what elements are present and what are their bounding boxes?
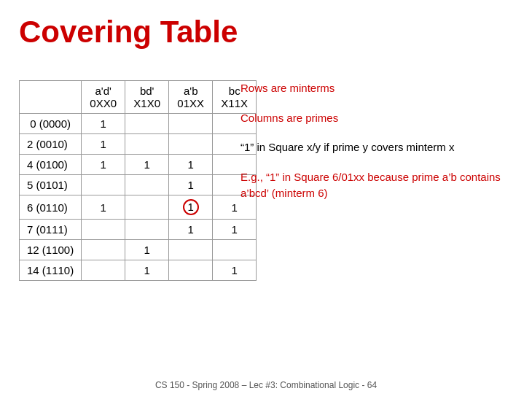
row-minterm: 12 (1100) [20, 240, 82, 260]
header-col2-line1: bd' [140, 85, 154, 97]
row-minterm: 6 (0110) [20, 195, 82, 220]
row-minterm: 2 (0010) [20, 134, 82, 155]
cell [169, 134, 213, 155]
cell [169, 114, 213, 134]
header-col3-line1: a'b [184, 85, 198, 97]
table-row: 6 (0110) 1 1 1 [20, 195, 257, 220]
cell [82, 260, 125, 281]
header-col1-line2: 0XX0 [90, 97, 117, 109]
cell: 1 [213, 220, 257, 240]
annotation-square-text: “1” in Square x/y if prime y covers mint… [240, 141, 454, 153]
cell [125, 195, 169, 220]
cell [125, 175, 169, 195]
header-empty [20, 81, 82, 114]
cell [82, 220, 125, 240]
cell [82, 175, 125, 195]
annotation-example: E.g., “1” in Square 6/01xx because prime… [240, 169, 503, 202]
table-header-row: a'd' 0XX0 bd' X1X0 a'b 01XX bc X11X [20, 81, 257, 114]
cell: 1 [125, 240, 169, 260]
cell [125, 220, 169, 240]
cell: 1 [82, 195, 125, 220]
cell: 1 [82, 134, 125, 155]
header-col1: a'd' 0XX0 [82, 81, 125, 114]
cell: 1 [125, 260, 169, 281]
cell: 1 [125, 155, 169, 175]
cell-circled: 1 [169, 195, 213, 220]
header-col3: a'b 01XX [169, 81, 213, 114]
table-row: 14 (1110) 1 1 [20, 260, 257, 281]
annotation-square-rule: “1” in Square x/y if prime y covers mint… [240, 139, 503, 156]
annotation-cols-text: Columns are primes [240, 112, 338, 124]
annotations-panel: Rows are minterms Columns are primes “1”… [240, 80, 503, 211]
cell: 1 [169, 175, 213, 195]
header-col1-line1: a'd' [95, 85, 112, 97]
table-row: 7 (0111) 1 1 [20, 220, 257, 240]
table-row: 5 (0101) 1 [20, 175, 257, 195]
header-col4-line1: bc [229, 85, 240, 97]
header-col2: bd' X1X0 [125, 81, 169, 114]
row-minterm: 5 (0101) [20, 175, 82, 195]
row-minterm: 4 (0100) [20, 155, 82, 175]
annotation-rows-text: Rows are minterms [240, 82, 335, 94]
cell: 1 [82, 114, 125, 134]
annotation-rows-minterms: Rows are minterms [240, 80, 503, 97]
header-col2-line2: X1X0 [133, 97, 160, 109]
annotation-columns-primes: Columns are primes [240, 110, 503, 127]
row-minterm: 14 (1110) [20, 260, 82, 281]
cell: 1 [82, 155, 125, 175]
table-row: 4 (0100) 1 1 1 [20, 155, 257, 175]
cell [82, 240, 125, 260]
circled-value: 1 [183, 199, 199, 215]
cell [213, 240, 257, 260]
page-title: Covering Table [19, 15, 238, 50]
cell: 1 [169, 155, 213, 175]
covering-table: a'd' 0XX0 bd' X1X0 a'b 01XX bc X11X [19, 80, 257, 281]
cell [125, 114, 169, 134]
cell [125, 134, 169, 155]
cell [169, 260, 213, 281]
footer-text: CS 150 - Spring 2008 – Lec #3: Combinati… [0, 380, 532, 390]
cell: 1 [213, 260, 257, 281]
table-row: 0 (0000) 1 [20, 114, 257, 134]
table-row: 12 (1100) 1 [20, 240, 257, 260]
row-minterm: 7 (0111) [20, 220, 82, 240]
covering-table-container: a'd' 0XX0 bd' X1X0 a'b 01XX bc X11X [19, 80, 257, 281]
header-col3-line2: 01XX [177, 97, 204, 109]
row-minterm: 0 (0000) [20, 114, 82, 134]
table-row: 2 (0010) 1 [20, 134, 257, 155]
annotation-example-text: E.g., “1” in Square 6/01xx because prime… [240, 171, 501, 200]
cell: 1 [169, 220, 213, 240]
cell [169, 240, 213, 260]
